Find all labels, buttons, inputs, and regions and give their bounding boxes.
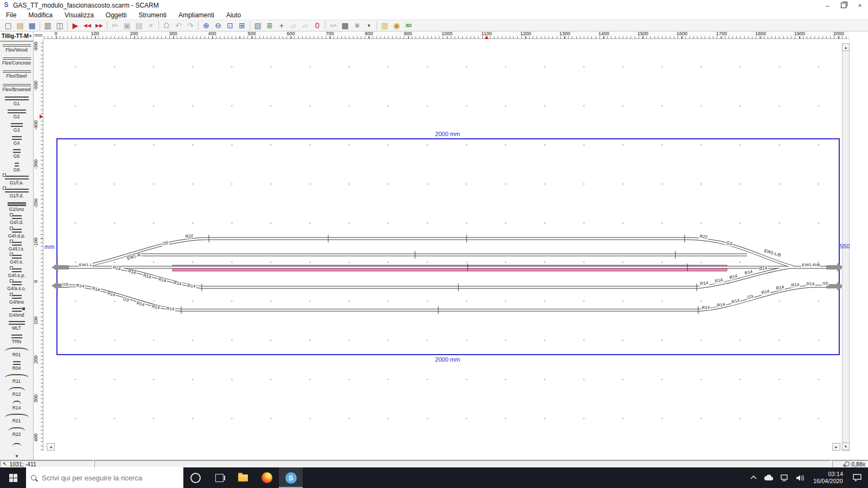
zoom-cell: 0,88x [832,460,868,467]
search-input[interactable] [41,473,162,483]
task-view-icon [215,474,224,482]
tray-expand-icon[interactable] [750,476,757,480]
system-tray [745,467,810,488]
cursor-position-cell: ↖ 1031; -411 [0,460,93,467]
track-plan[interactable] [0,0,868,488]
search-icon [31,475,36,480]
scroll-left-button[interactable]: ◄ [47,443,55,451]
folder-icon [238,474,248,481]
time: 03:14 [813,471,843,478]
rail-joint-ticks [181,235,698,314]
scroll-up-button[interactable]: ▲ [842,43,850,51]
date: 16/04/2020 [813,478,843,485]
network-icon[interactable] [781,474,789,481]
board-height-label: 550 [840,243,850,249]
magnifier-icon [845,461,850,466]
scroll-right-button[interactable]: ► [832,443,840,451]
status-bar: ↖ 1031; -411 0,88x [0,460,868,468]
skype-icon: S [285,472,297,484]
firefox-button[interactable] [255,467,279,488]
cursor-position: 1031; -411 [9,461,36,467]
action-center-button[interactable] [846,467,868,488]
file-explorer-button[interactable] [231,467,255,488]
board-width-label-bottom: 2000 mm [435,356,460,363]
cursor-icon: ↖ [3,461,7,467]
windows-logo-icon [9,474,17,482]
board-width-label-top: 2000 mm [435,131,460,137]
windows-taskbar: S 03:14 16/04/2020 [0,467,868,488]
track-rails-outer [56,239,839,310]
task-view-button[interactable] [207,467,231,488]
taskbar-search[interactable] [26,467,183,488]
skype-button[interactable]: S [279,467,303,488]
action-center-icon [853,474,861,481]
volume-icon[interactable] [796,474,805,481]
scarm-window: S GAS_TT_modulo_fascionascosto.scarm - S… [0,0,868,488]
zoom-level: 0,88x [851,461,865,467]
status-message-cell [94,460,831,467]
scroll-down-button[interactable]: ▼ [842,442,850,450]
start-button[interactable] [0,467,26,488]
firefox-icon [261,472,272,483]
cortana-button[interactable] [183,467,207,488]
board-unit-label: mm [44,243,54,250]
onedrive-cloud-icon[interactable] [764,474,774,481]
track-rails-inner [56,239,839,310]
clock[interactable]: 03:14 16/04/2020 [810,467,846,488]
cortana-icon [190,473,201,483]
